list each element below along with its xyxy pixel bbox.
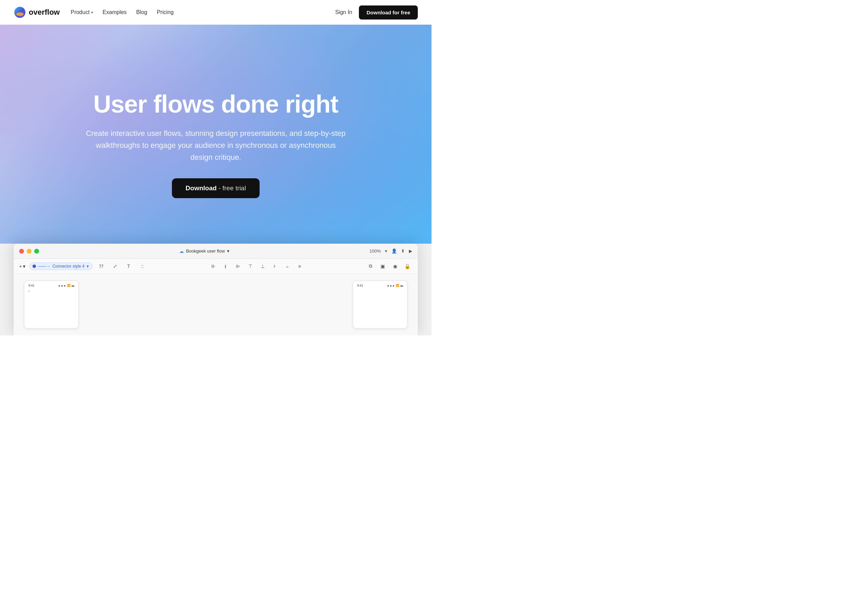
layer-icon[interactable]: ⧉ xyxy=(366,261,375,271)
toolbar-right: ⧉ ▣ ◉ 🔒 xyxy=(366,261,412,271)
hero-content: User flows done right Create interactive… xyxy=(86,91,346,198)
align-left-icon[interactable]: ⊪ xyxy=(209,261,218,271)
wifi-icon: 📶 xyxy=(67,284,71,287)
signal-icon: ▲▲▲ xyxy=(58,284,66,287)
align-bottom-icon[interactable]: ⊦ xyxy=(270,261,280,271)
lock-icon[interactable]: 🔒 xyxy=(403,261,412,271)
product-chevron-icon: ▾ xyxy=(91,10,93,15)
distribute-v-icon[interactable]: ≡ xyxy=(295,261,304,271)
phone-status-icons-right: ▲▲▲ 📶 ▬ xyxy=(387,284,403,287)
toolbar-add-button[interactable]: + ▾ xyxy=(19,264,25,269)
hero-section: User flows done right Create interactive… xyxy=(0,25,432,257)
window-title-text: Bookgeek user flow xyxy=(186,248,225,254)
toolbar-text-icon[interactable]: T xyxy=(124,261,134,271)
nav-link-pricing[interactable]: Pricing xyxy=(157,9,174,15)
toolbar-question-icon[interactable]: ⁇ xyxy=(96,261,106,271)
window-controls xyxy=(19,249,39,254)
app-window: ☁ Bookgeek user flow ▾ 100% ▾ 👤 ⬆ ▶ + ▾ xyxy=(14,244,418,335)
app-preview-section: ☁ Bookgeek user flow ▾ 100% ▾ 👤 ⬆ ▶ + ▾ xyxy=(0,244,432,335)
signal-icon-r: ▲▲▲ xyxy=(387,284,395,287)
window-zoom-level: 100% xyxy=(370,248,381,254)
image-icon[interactable]: ▣ xyxy=(378,261,387,271)
nav-item-pricing[interactable]: Pricing xyxy=(157,9,174,16)
phone-back-button-left[interactable]: ‹ xyxy=(27,289,76,293)
toolbar-left: + ▾ ——→ Connector style 4 ▾ ⁇ ⤢ T :: xyxy=(19,261,147,271)
hero-cta-bold: Download xyxy=(186,184,217,192)
window-canvas: 9:41 ▲▲▲ 📶 ▬ ‹ 9:41 ▲▲▲ 📶 ▬ xyxy=(14,274,418,335)
eye-icon[interactable]: ◉ xyxy=(391,261,400,271)
window-close-button[interactable] xyxy=(19,249,24,254)
distribute-h-icon[interactable]: ⫠ xyxy=(282,261,292,271)
navbar: overflow Product ▾ Examples Blog xyxy=(0,0,432,25)
toolbar-expand-icon[interactable]: ⤢ xyxy=(110,261,120,271)
align-middle-v-icon[interactable]: ⊥ xyxy=(258,261,268,271)
nav-right: Sign In Download for free xyxy=(335,5,418,19)
logo-text: overflow xyxy=(29,8,60,17)
window-share-icon[interactable]: ⬆ xyxy=(401,248,405,254)
phone-status-right: 9:41 ▲▲▲ 📶 ▬ xyxy=(356,284,405,287)
align-center-h-icon[interactable]: ⫿ xyxy=(221,261,230,271)
connector-label: Connector style 4 xyxy=(52,264,84,269)
cloud-icon: ☁ xyxy=(179,248,184,254)
svg-point-1 xyxy=(16,12,24,16)
window-avatar-icon: 👤 xyxy=(391,248,397,254)
connector-dot-icon xyxy=(33,264,36,268)
nav-left: overflow Product ▾ Examples Blog xyxy=(14,6,174,19)
add-icon: + xyxy=(19,264,22,269)
connector-dropdown-icon[interactable]: ▾ xyxy=(87,264,89,269)
phone-status-icons-left: ▲▲▲ 📶 ▬ xyxy=(58,284,74,287)
nav-item-product[interactable]: Product ▾ xyxy=(71,9,93,16)
window-toolbar: + ▾ ——→ Connector style 4 ▾ ⁇ ⤢ T :: ⊪ ⫿… xyxy=(14,259,418,274)
add-dropdown-icon[interactable]: ▾ xyxy=(23,264,25,269)
nav-item-examples[interactable]: Examples xyxy=(103,9,127,16)
window-title-center: ☁ Bookgeek user flow ▾ xyxy=(179,248,229,254)
align-top-icon[interactable]: ⊤ xyxy=(246,261,255,271)
battery-icon-r: ▬ xyxy=(400,284,403,287)
align-right-icon[interactable]: ⊫ xyxy=(233,261,243,271)
nav-link-blog[interactable]: Blog xyxy=(136,9,147,15)
window-title-right: 100% ▾ 👤 ⬆ ▶ xyxy=(370,248,412,254)
nav-links: Product ▾ Examples Blog Pricing xyxy=(71,9,173,16)
nav-download-button[interactable]: Download for free xyxy=(359,5,418,19)
window-play-icon[interactable]: ▶ xyxy=(409,248,412,254)
wifi-icon-r: 📶 xyxy=(396,284,399,287)
window-titlebar: ☁ Bookgeek user flow ▾ 100% ▾ 👤 ⬆ ▶ xyxy=(14,244,418,259)
phone-time-left: 9:41 xyxy=(28,284,35,287)
window-maximize-button[interactable] xyxy=(34,249,39,254)
window-title-dropdown-icon[interactable]: ▾ xyxy=(227,248,230,254)
battery-icon: ▬ xyxy=(72,284,74,287)
connector-style-selector[interactable]: ——→ Connector style 4 ▾ xyxy=(30,262,92,270)
logo-link[interactable]: overflow xyxy=(14,6,60,19)
hero-subtitle: Create interactive user flows, stunning … xyxy=(86,127,346,163)
sign-in-link[interactable]: Sign In xyxy=(335,9,353,16)
toolbar-center: ⊪ ⫿ ⊫ ⊤ ⊥ ⊦ ⫠ ≡ xyxy=(209,261,304,271)
nav-link-examples[interactable]: Examples xyxy=(103,9,127,15)
overflow-logo-icon xyxy=(14,6,26,19)
window-minimize-button[interactable] xyxy=(27,249,31,254)
phone-time-right: 9:41 xyxy=(357,284,363,287)
hero-cta-light: - free trial xyxy=(217,184,246,192)
phone-status-left: 9:41 ▲▲▲ 📶 ▬ xyxy=(27,284,76,287)
phone-mockup-left: 9:41 ▲▲▲ 📶 ▬ ‹ xyxy=(24,281,79,328)
hero-cta-button[interactable]: Download - free trial xyxy=(172,178,260,198)
nav-item-blog[interactable]: Blog xyxy=(136,9,147,16)
nav-link-product[interactable]: Product ▾ xyxy=(71,9,93,16)
toolbar-grid-icon[interactable]: :: xyxy=(138,261,147,271)
phone-mockup-right: 9:41 ▲▲▲ 📶 ▬ xyxy=(353,281,408,328)
hero-title: User flows done right xyxy=(86,91,346,118)
zoom-dropdown-icon[interactable]: ▾ xyxy=(385,248,387,254)
